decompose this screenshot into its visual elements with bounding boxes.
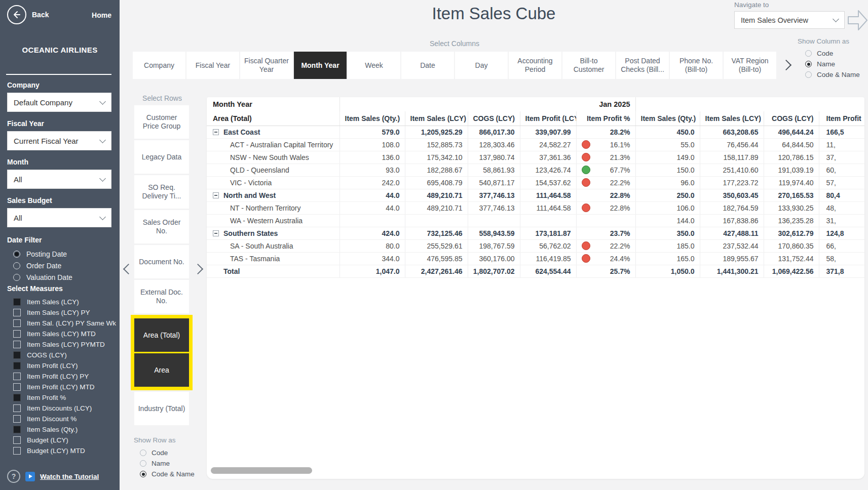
- rows-next-icon[interactable]: [193, 264, 203, 274]
- value-cell: 177,223.72: [700, 176, 764, 189]
- column-tab-accounting-period[interactable]: Accounting Period: [509, 52, 561, 79]
- value-cell: 489,210.71: [405, 201, 468, 214]
- checkbox-icon: [13, 426, 21, 433]
- company-label: Company: [7, 81, 111, 89]
- column-tab-vat-region-bill-to[interactable]: VAT Region (Bill-to): [724, 52, 776, 79]
- measure-item-item-profit-lcy[interactable]: Item Profit (LCY): [7, 360, 120, 371]
- radio-code-name[interactable]: Code & Name: [140, 469, 195, 479]
- measure-label: COGS (LCY): [27, 351, 67, 359]
- company-select[interactable]: Default Company: [7, 93, 111, 112]
- column-tab-company[interactable]: Company: [133, 52, 185, 79]
- profit-pct-cell: [576, 214, 635, 227]
- profit-pct-cell: 22.2%: [576, 176, 635, 189]
- row-name-cell: ACT - Australian Capital Territory: [207, 138, 339, 151]
- measure-label: Item Sal. (LCY) PY Same Wk: [27, 319, 116, 327]
- measure-item-item-discount[interactable]: Item Discount %: [7, 414, 120, 424]
- home-button[interactable]: Home: [92, 11, 111, 19]
- tab-strip-next-icon[interactable]: [781, 60, 791, 70]
- value-cell: 189,955.67: [700, 252, 764, 265]
- measure-label: Budget (LCY) MTD: [27, 447, 85, 455]
- row-button-industry-total[interactable]: Industry (Total): [134, 392, 189, 425]
- back-button[interactable]: Back: [7, 5, 49, 24]
- checkbox-icon: [13, 447, 21, 455]
- value-cell: 111,464.58: [520, 189, 576, 201]
- radio-valuation-date[interactable]: Valuation Date: [7, 271, 115, 283]
- play-icon[interactable]: [25, 472, 35, 481]
- collapse-icon[interactable]: [213, 129, 219, 135]
- column-tab-fiscal-quarter-year[interactable]: Fiscal Quarter Year: [240, 52, 293, 79]
- row-name-cell: VIC - Victoria: [207, 176, 339, 189]
- radio-posting-date[interactable]: Posting Date: [7, 248, 115, 260]
- radio-code[interactable]: Code: [140, 447, 195, 458]
- column-tab-fiscal-year[interactable]: Fiscal Year: [186, 52, 239, 79]
- row-button-area[interactable]: Area: [134, 353, 189, 387]
- fiscal-year-select[interactable]: Current Fiscal Year: [7, 131, 111, 150]
- measure-item-item-discounts-lcy[interactable]: Item Discounts (LCY): [7, 403, 120, 414]
- column-tab-post-dated-checks-bill[interactable]: Post Dated Checks (Bill...: [616, 52, 669, 79]
- measure-item-budget-lcy[interactable]: Budget (LCY): [7, 435, 120, 445]
- table-row-east-coast: East Coast579.01,205,925.29866,017.30339…: [207, 126, 864, 138]
- profit-pct-value: 22.2%: [610, 242, 630, 250]
- company-filter: Company Default Company: [7, 81, 111, 112]
- measure-item-budget-lcy-mtd[interactable]: Budget (LCY) MTD: [7, 445, 120, 456]
- value-cell: 255,529.61: [405, 239, 468, 252]
- row-button-legacy-data[interactable]: Legacy Data: [134, 140, 189, 174]
- row-button-customer-price-group[interactable]: Customer Price Group: [134, 105, 189, 139]
- column-header-item-profit-lcy: Item Profit (LCY): [520, 111, 576, 126]
- kpi-circle-red: [582, 203, 590, 212]
- measure-item-item-profit-lcy-py[interactable]: Item Profit (LCY) PY: [7, 371, 120, 382]
- column-tab-date[interactable]: Date: [401, 52, 454, 79]
- navigate-select[interactable]: Item Sales Overview: [734, 11, 845, 29]
- help-icon[interactable]: ?: [7, 470, 20, 483]
- collapse-icon[interactable]: [213, 230, 219, 236]
- measure-item-item-sales-qty[interactable]: Item Sales (Qty.): [7, 424, 120, 435]
- row-button-external-doc-no[interactable]: External Doc. No.: [134, 280, 189, 313]
- value-cell: 24,582.27: [520, 138, 576, 151]
- value-cell: 116,419.85: [520, 252, 576, 265]
- measure-item-cogs-lcy[interactable]: COGS (LCY): [7, 350, 120, 360]
- value-cell: 175,342.10: [405, 151, 468, 164]
- table-row-sa-south-australia: SA - South Australia80.0255,529.61198,76…: [207, 239, 864, 252]
- measure-item-item-sales-lcy-mtd[interactable]: Item Sales (LCY) MTD: [7, 329, 120, 339]
- value-cell: 150.0: [635, 164, 700, 176]
- table-row-nsw-new-south-wales: NSW - New South Wales136.0175,342.10137,…: [207, 151, 864, 164]
- column-tab-day[interactable]: Day: [455, 52, 508, 79]
- column-tab-month-year[interactable]: Month Year: [294, 52, 347, 79]
- row-name-cell: SA - South Australia: [207, 239, 339, 252]
- radio-code[interactable]: Code: [805, 48, 860, 59]
- value-cell: 450.0: [635, 126, 700, 138]
- column-header-item-profit: Item Profit %: [576, 111, 635, 126]
- row-label: WA - Western Australia: [230, 217, 303, 225]
- sales-budget-select[interactable]: All: [7, 208, 111, 227]
- measure-item-item-sales-lcy[interactable]: Item Sales (LCY): [7, 297, 120, 307]
- measure-item-item-profit-lcy-mtd[interactable]: Item Profit (LCY) MTD: [7, 382, 120, 392]
- month-select[interactable]: All: [7, 170, 111, 189]
- rows-prev-icon[interactable]: [123, 264, 134, 274]
- radio-order-date[interactable]: Order Date: [7, 260, 115, 271]
- column-header-cogs-lcy: COGS (LCY): [468, 111, 520, 126]
- navigate-arrow-icon[interactable]: [847, 8, 868, 34]
- row-button-sales-order-no[interactable]: Sales Order No.: [134, 210, 189, 243]
- row-button-document-no[interactable]: Document No.: [134, 245, 189, 278]
- column-tab-phone-no-bill-to[interactable]: Phone No. (Bill-to): [670, 52, 723, 79]
- measure-item-item-sal-lcy-py-same-wk[interactable]: Item Sal. (LCY) PY Same Wk: [7, 318, 120, 329]
- measure-item-item-profit[interactable]: Item Profit %: [7, 392, 120, 403]
- value-cell: 866,017.30: [468, 126, 520, 138]
- radio-code-name[interactable]: Code & Name: [805, 69, 860, 80]
- measure-item-item-sales-lcy-py[interactable]: Item Sales (LCY) PY: [7, 307, 120, 318]
- row-button-area-total[interactable]: Area (Total): [134, 318, 189, 352]
- radio-name[interactable]: Name: [140, 458, 195, 469]
- column-tab-week[interactable]: Week: [348, 52, 400, 79]
- row-button-so-req-delivery-ti[interactable]: SO Req. Delivery Ti...: [134, 175, 189, 209]
- value-cell: 119,974.40: [764, 176, 819, 189]
- collapse-icon[interactable]: [213, 192, 219, 198]
- measure-label: Item Profit %: [27, 394, 66, 401]
- radio-name[interactable]: Name: [805, 59, 860, 69]
- checkbox-icon: [13, 341, 21, 348]
- watch-tutorial-link[interactable]: Watch the Tutorial: [40, 473, 99, 480]
- measure-item-item-sales-lcy-pymtd[interactable]: Item Sales (LCY) PYMTD: [7, 339, 120, 350]
- kpi-circle-red: [582, 178, 590, 187]
- value-cell: 695,408.79: [405, 176, 468, 189]
- horizontal-scrollbar[interactable]: [211, 467, 312, 474]
- column-tab-bill-to-customer[interactable]: Bill-to Customer: [562, 52, 615, 79]
